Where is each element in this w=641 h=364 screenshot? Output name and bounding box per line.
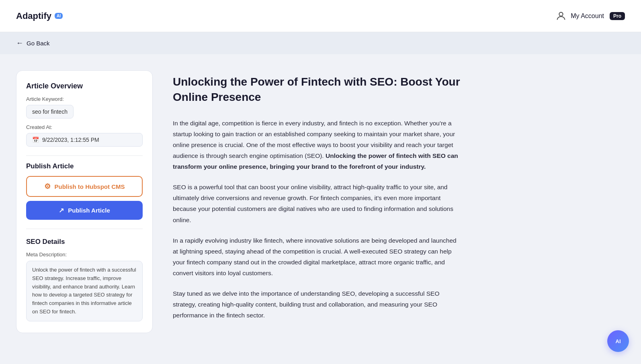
divider-1 xyxy=(26,155,143,156)
keyword-label: Article Keyword: xyxy=(26,96,143,102)
nav-bar: ← Go Back xyxy=(0,32,641,54)
meta-description: Unlock the power of fintech with a succe… xyxy=(26,261,143,321)
pro-badge: Pro xyxy=(610,12,625,20)
article-title: Unlocking the Power of Fintech with SEO:… xyxy=(173,74,462,105)
article-paragraph-1: In the digital age, competition is fierc… xyxy=(173,118,462,172)
hubspot-icon: ⚙ xyxy=(44,182,51,191)
svg-point-0 xyxy=(559,12,563,16)
ai-fab-button[interactable]: AI xyxy=(607,330,629,352)
created-label: Created At: xyxy=(26,124,143,130)
back-link[interactable]: ← Go Back xyxy=(16,39,50,47)
meta-label: Meta Description: xyxy=(26,252,143,258)
logo: AdaptifyAI xyxy=(16,11,63,21)
publish-btn-label: Publish Article xyxy=(68,207,110,214)
main-content: Article Overview Article Keyword: seo fo… xyxy=(0,54,641,363)
publish-hubspot-button[interactable]: ⚙ Publish to Hubspot CMS xyxy=(26,176,143,197)
article-area: Unlocking the Power of Fintech with SEO:… xyxy=(153,70,482,347)
account-label: My Account xyxy=(571,12,604,20)
back-arrow-icon: ← xyxy=(16,39,23,47)
seo-section: SEO Details Meta Description: Unlock the… xyxy=(26,238,143,321)
article-paragraph-3: In a rapidly evolving industry like fint… xyxy=(173,235,462,279)
overview-title: Article Overview xyxy=(26,82,143,90)
keyword-value: seo for fintech xyxy=(26,105,74,119)
hubspot-btn-label: Publish to Hubspot CMS xyxy=(55,183,125,190)
back-label: Go Back xyxy=(27,40,50,47)
created-date: 📅 9/22/2023, 1:12:55 PM xyxy=(26,133,143,147)
seo-title: SEO Details xyxy=(26,238,143,246)
article-bold-sentence: Unlocking the power of fintech with SEO … xyxy=(173,152,458,170)
created-value: 9/22/2023, 1:12:55 PM xyxy=(42,137,99,143)
divider-2 xyxy=(26,229,143,229)
header: AdaptifyAI My Account Pro xyxy=(0,0,641,32)
calendar-icon: 📅 xyxy=(32,137,39,143)
publish-title: Publish Article xyxy=(26,162,143,170)
logo-ai-badge: AI xyxy=(55,13,63,19)
article-paragraph-2: SEO is a powerful tool that can boost yo… xyxy=(173,182,462,225)
account-section[interactable]: My Account Pro xyxy=(555,10,625,22)
publish-icon: ↗ xyxy=(59,207,64,214)
article-paragraph-4: Stay tuned as we delve into the importan… xyxy=(173,288,462,321)
publish-article-button[interactable]: ↗ Publish Article xyxy=(26,201,143,220)
account-icon xyxy=(555,10,567,22)
logo-text: Adaptify xyxy=(16,11,51,21)
article-body: In the digital age, competition is fierc… xyxy=(173,118,462,321)
ai-fab-label: AI xyxy=(616,338,621,344)
sidebar-card: Article Overview Article Keyword: seo fo… xyxy=(16,70,153,333)
